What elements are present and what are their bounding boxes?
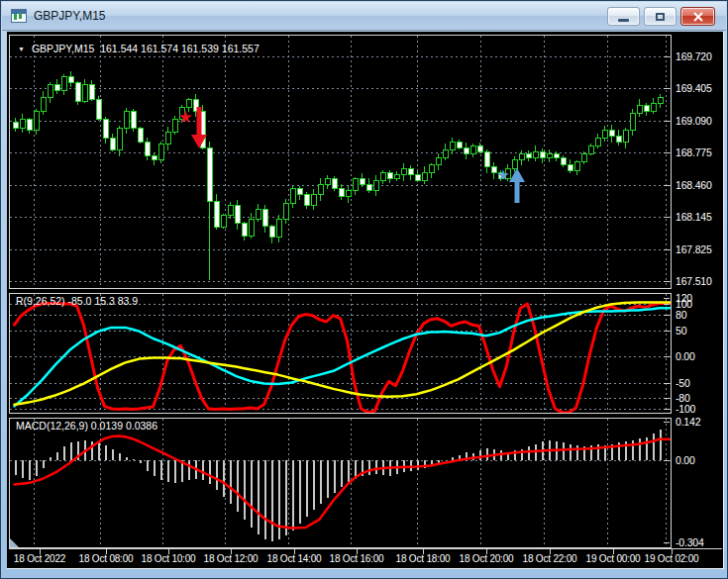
time-axis-label: 18 Oct 16:00: [330, 553, 384, 564]
close-button[interactable]: [680, 7, 715, 26]
axis-tick: [664, 298, 670, 299]
buy-arrow-marker: ★: [496, 166, 525, 203]
time-axis-label: 18 Oct 2022: [14, 553, 65, 564]
axis-tick: [664, 185, 670, 186]
ohlc-text: GBPJPY,M15 161.544 161.574 161.539 161.5…: [32, 43, 260, 54]
price-axis-label: 169.720: [676, 50, 712, 62]
chart-icon: [11, 9, 27, 23]
ohlc-quote-label: ▼GBPJPY,M15 161.544 161.574 161.539 161.…: [18, 43, 260, 54]
price-axis-label: 167.825: [676, 243, 712, 255]
axis-tick: [664, 249, 670, 250]
close-icon: [692, 12, 704, 22]
minimize-button[interactable]: [607, 7, 640, 26]
symbol-dropdown-icon[interactable]: ▼: [18, 46, 25, 52]
minimize-icon: [618, 19, 629, 22]
axis-tick: [664, 315, 670, 316]
oscillator-canvas[interactable]: [10, 294, 671, 413]
time-axis-label: 18 Oct 10:00: [142, 553, 196, 564]
svg-text:★: ★: [177, 107, 192, 127]
restore-button[interactable]: [644, 7, 676, 26]
grid: [10, 36, 671, 288]
oscillator-axis-label: -100: [676, 403, 695, 415]
panel-resize-grip[interactable]: [10, 538, 19, 547]
time-axis-tick: [423, 549, 424, 554]
axis-tick: [664, 356, 670, 357]
window-controls: [607, 7, 715, 26]
window-titlebar[interactable]: GBPJPY,M15: [2, 2, 726, 31]
time-axis-tick: [231, 549, 232, 554]
axis-tick: [664, 217, 670, 218]
time-axis-tick: [486, 549, 487, 554]
axis-tick: [664, 398, 670, 399]
axis-tick: [664, 56, 670, 57]
axis-tick: [664, 383, 670, 384]
macd-canvas[interactable]: [10, 419, 671, 547]
time-axis-tick: [613, 549, 614, 554]
axis-tick: [664, 542, 670, 543]
oscillator-axis-label: 0.00: [676, 350, 695, 362]
axis-tick: [664, 88, 670, 89]
macd-histogram: [16, 430, 661, 541]
macd-label: MACD(12,26,9) 0.0139 0.0386: [16, 420, 157, 432]
candles: [13, 71, 663, 280]
oscillator-panel[interactable]: [9, 293, 672, 414]
time-axis-label: 19 Oct 02:00: [645, 553, 699, 564]
axis-tick: [664, 460, 670, 461]
time-axis-tick: [672, 549, 673, 554]
candlestick-canvas[interactable]: ★★: [10, 36, 671, 288]
time-axis-tick: [550, 549, 551, 554]
time-axis-label: 18 Oct 14:00: [267, 553, 322, 564]
time-axis-tick: [168, 549, 169, 554]
price-chart-panel[interactable]: ▼GBPJPY,M15 161.544 161.574 161.539 161.…: [9, 35, 672, 289]
time-axis-label: 18 Oct 22:00: [523, 553, 577, 564]
time-axis-label: 19 Oct 00:00: [586, 553, 641, 564]
macd-axis-label: 0.00: [676, 454, 695, 466]
time-axis-label: 18 Oct 12:00: [204, 553, 259, 564]
axis-tick: [664, 281, 670, 282]
svg-text:★: ★: [496, 166, 509, 184]
restore-icon: [656, 13, 665, 21]
price-axis-label: 169.090: [676, 115, 712, 127]
time-axis-tick: [40, 549, 41, 554]
price-axis-label: 168.460: [676, 179, 712, 191]
macd-panel[interactable]: [9, 418, 672, 548]
macd-axis-label: -0.304: [676, 536, 704, 548]
axis-tick: [664, 152, 670, 153]
time-axis-label: 18 Oct 18:00: [396, 553, 451, 564]
axis-tick: [664, 409, 670, 410]
chart-client-area: ▼GBPJPY,M15 161.544 161.574 161.539 161.…: [7, 32, 724, 569]
time-axis-separator: [9, 548, 722, 549]
price-axis-label: 168.145: [676, 211, 712, 223]
axis-tick: [664, 304, 670, 305]
time-axis-tick: [294, 549, 295, 554]
price-axis-label: 168.775: [676, 146, 712, 158]
chart-window: GBPJPY,M15 ▼GBPJPY,M15 161.544 161.574 1…: [0, 0, 728, 579]
oscillator-label: R(9,26,52) -85.0 15.3 83.9: [16, 295, 138, 307]
oscillator-axis-label: 50: [676, 325, 686, 337]
window-title: GBPJPY,M15: [34, 9, 105, 23]
axis-tick: [664, 121, 670, 122]
time-axis-tick: [357, 549, 358, 554]
price-axis-label: 167.510: [676, 275, 712, 287]
axis-tick: [664, 331, 670, 332]
oscillator-axis-label: -50: [676, 377, 690, 389]
time-axis-label: 18 Oct 20:00: [460, 553, 514, 564]
price-axis-label: 169.405: [676, 82, 712, 94]
oscillator-axis-label: 80: [676, 309, 686, 321]
macd-axis-label: 0.142: [676, 416, 700, 428]
time-axis-label: 18 Oct 08:00: [79, 553, 134, 564]
axis-tick: [664, 422, 670, 423]
time-axis-tick: [106, 549, 107, 554]
